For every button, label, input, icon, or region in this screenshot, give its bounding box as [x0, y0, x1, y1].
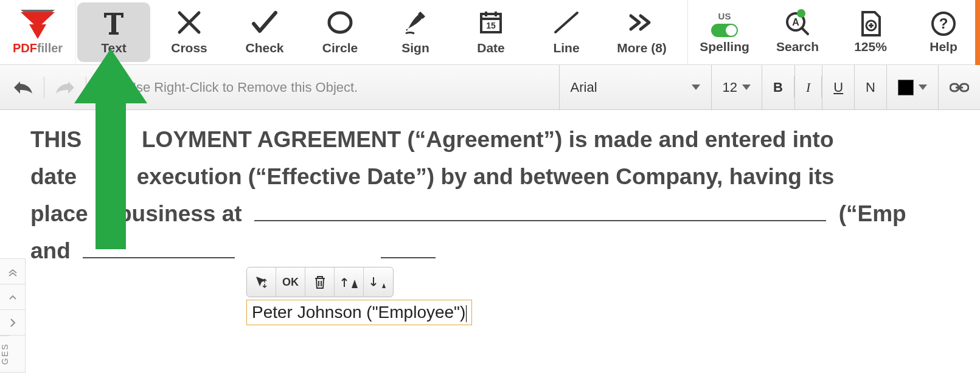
- text-tool-icon: [99, 9, 128, 36]
- line-icon: [552, 9, 581, 36]
- divider: [86, 77, 86, 98]
- normal-button[interactable]: N: [854, 65, 886, 109]
- text-cursor-icon: [466, 305, 467, 322]
- divider: [44, 77, 44, 98]
- bold-button[interactable]: B: [762, 65, 794, 109]
- sign-tool-button[interactable]: Sign: [379, 2, 452, 62]
- link-button[interactable]: [938, 65, 980, 109]
- decrease-size-button[interactable]: [364, 267, 393, 297]
- help-icon: ?: [930, 10, 957, 37]
- more-icon: [627, 9, 656, 36]
- svg-line-11: [802, 28, 808, 34]
- right-toolbar: US Spelling A Search: [687, 0, 980, 64]
- font-size-selector[interactable]: 12: [711, 65, 762, 109]
- logo-mark-icon: [21, 10, 55, 39]
- delete-button[interactable]: [305, 267, 335, 297]
- decrease-icon: [370, 275, 387, 289]
- tool-label: Line: [553, 41, 579, 55]
- underline-button[interactable]: U: [822, 65, 854, 109]
- document-text: THISXXXXLOYMENT AGREEMENT (“Agreement”) …: [30, 121, 980, 269]
- notification-dot-icon: [797, 9, 805, 18]
- tool-label: 125%: [854, 40, 887, 54]
- spelling-button[interactable]: US Spelling: [688, 0, 761, 64]
- scroll-top-button[interactable]: [0, 259, 25, 284]
- help-button[interactable]: ? Help: [907, 0, 980, 64]
- logo[interactable]: PDFfiller: [0, 0, 76, 64]
- pages-label: GES: [0, 336, 10, 372]
- italic-label: I: [806, 80, 810, 95]
- circle-tool-button[interactable]: Circle: [304, 2, 377, 62]
- svg-line-9: [555, 13, 577, 32]
- cross-tool-button[interactable]: Cross: [153, 2, 226, 62]
- move-cursor-icon: [254, 275, 269, 289]
- comment-icon: •••: [102, 78, 120, 97]
- ok-label: OK: [282, 276, 299, 289]
- hint-text: Use Right-Click to Remove this Object.: [127, 80, 358, 95]
- text-input-box[interactable]: Peter Johnson ("Employee"): [246, 300, 472, 325]
- tool-label: Check: [245, 41, 283, 55]
- tool-label: Search: [776, 40, 819, 54]
- color-swatch-icon: [898, 80, 914, 95]
- increase-size-button[interactable]: [335, 267, 364, 297]
- italic-button[interactable]: I: [794, 65, 821, 109]
- tool-label: Sign: [401, 41, 429, 55]
- cross-icon: [176, 9, 203, 36]
- bold-label: B: [773, 80, 783, 95]
- tool-label: More (8): [617, 41, 667, 55]
- font-size: 12: [723, 80, 737, 95]
- pages-toggle-button[interactable]: [0, 310, 25, 336]
- zoom-button[interactable]: 125%: [834, 0, 907, 64]
- svg-point-3: [329, 13, 351, 32]
- date-tool-button[interactable]: 15 Date: [454, 2, 527, 62]
- tool-label: Text: [101, 41, 127, 55]
- format-toolbar: ••• Use Right-Click to Remove this Objec…: [0, 65, 980, 110]
- ok-button[interactable]: OK: [276, 267, 305, 297]
- undo-button[interactable]: [10, 74, 36, 101]
- spelling-lang: US: [718, 11, 731, 21]
- tool-label: Cross: [171, 41, 207, 55]
- circle-icon: [327, 9, 353, 36]
- svg-text:?: ?: [939, 15, 948, 32]
- underline-label: U: [833, 80, 843, 95]
- link-icon: [950, 81, 969, 94]
- hint-message: ••• Use Right-Click to Remove this Objec…: [94, 74, 366, 101]
- check-icon: [250, 9, 279, 36]
- tool-label: Spelling: [700, 40, 749, 54]
- line-tool-button[interactable]: Line: [530, 2, 603, 62]
- trash-icon: [313, 275, 327, 289]
- normal-label: N: [866, 80, 875, 95]
- increase-icon: [341, 275, 358, 289]
- font-name: Arial: [571, 80, 597, 95]
- redo-button[interactable]: [52, 74, 78, 101]
- main-toolbar: PDFfiller Text Cross Check Circle Sign: [0, 0, 980, 65]
- tool-label: Date: [477, 41, 505, 55]
- tool-label: Help: [930, 40, 957, 54]
- check-tool-button[interactable]: Check: [228, 2, 301, 62]
- logo-text: PDFfiller: [13, 41, 63, 55]
- page-nav-sidebar: GES: [0, 258, 26, 373]
- text-mini-toolbar: OK: [246, 267, 394, 297]
- tool-label: Circle: [322, 41, 358, 55]
- zoom-icon: [858, 10, 883, 37]
- svg-marker-2: [29, 24, 46, 39]
- svg-text:A: A: [792, 17, 799, 27]
- chevron-down-icon: [742, 84, 751, 90]
- search-button[interactable]: A Search: [761, 0, 834, 64]
- spelling-toggle-icon[interactable]: [711, 24, 738, 37]
- color-selector[interactable]: [886, 65, 938, 109]
- page-up-button[interactable]: [0, 284, 25, 310]
- done-edge[interactable]: [975, 0, 980, 65]
- search-icon: A: [784, 10, 811, 37]
- font-selector[interactable]: Arial: [559, 65, 711, 109]
- chevron-down-icon: [692, 84, 700, 90]
- svg-text:15: 15: [486, 21, 496, 30]
- entry-text: Peter Johnson ("Employee"): [252, 303, 465, 322]
- sign-icon: [402, 9, 429, 36]
- document-canvas[interactable]: THISXXXXLOYMENT AGREEMENT (“Agreement”) …: [0, 110, 980, 269]
- chevron-down-icon: [919, 84, 927, 90]
- calendar-icon: 15: [478, 9, 504, 36]
- move-button[interactable]: [247, 267, 276, 297]
- more-tools-button[interactable]: More (8): [605, 2, 678, 62]
- text-tool-button[interactable]: Text: [77, 2, 150, 62]
